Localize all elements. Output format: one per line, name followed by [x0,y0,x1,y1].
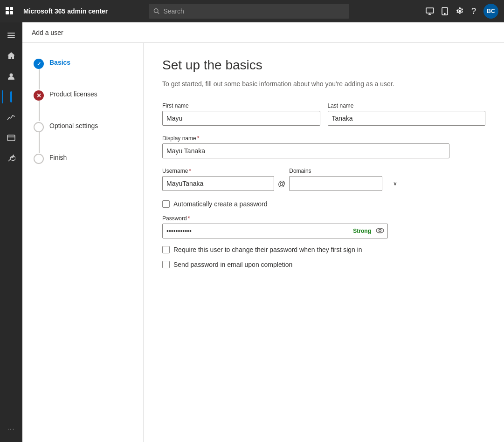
eye-icon[interactable] [376,227,384,235]
monitor-icon[interactable] [426,7,434,15]
step-finish-label: Finish [49,153,67,162]
auto-password-checkbox-item[interactable]: Automatically create a password [162,200,485,208]
require-change-checkbox[interactable] [162,246,170,253]
step-finish-circle [34,154,44,164]
form-panel: Set up the basics To get started, fill o… [144,43,504,442]
display-name-group: Display name* [162,135,449,158]
auto-password-checkbox[interactable] [162,200,170,208]
step-finish[interactable]: Finish [34,153,132,164]
user-icon [7,72,15,81]
billing-icon [7,135,15,141]
svg-point-20 [379,230,381,232]
last-name-input[interactable] [328,111,486,126]
grid-icon [6,7,14,15]
svg-point-14 [10,74,13,77]
step-licenses-label: Product licenses [49,89,97,99]
svg-point-10 [444,14,445,14]
svg-rect-15 [10,91,12,102]
svg-rect-6 [426,8,434,13]
username-row: Username* @ Domains [162,168,485,191]
name-row: First name Last name [162,102,485,126]
hamburger-icon [7,33,15,38]
analytics-icon [7,113,15,122]
require-change-checkbox-item[interactable]: Require this user to change their passwo… [162,246,485,253]
sidebar: ··· [0,22,22,442]
password-section: Password* Strong [162,215,485,238]
sidebar-item-more[interactable]: ··· [2,420,21,438]
breadcrumb: Add a user [32,29,63,36]
settings-icon[interactable] [456,7,464,15]
active-indicator [2,90,3,103]
domains-label: Domains [289,168,401,174]
step-licenses[interactable]: ✕ Product licenses [34,89,132,101]
first-name-label: First name [162,102,320,109]
search-icon [153,8,159,14]
avatar[interactable]: BC [483,4,498,19]
sidebar-item-analytics[interactable] [2,108,21,127]
step-basics-label: Basics [49,58,70,67]
mobile-icon[interactable] [442,7,448,15]
svg-point-19 [376,228,384,233]
domain-select[interactable] [289,176,382,191]
at-symbol: @ [278,180,285,191]
send-password-checkbox-item[interactable]: Send password in email upon completion [162,261,485,268]
sidebar-collapse[interactable] [2,26,21,45]
main-layout: ··· Add a user ✓ Basics [0,22,504,442]
first-name-group: First name [162,102,320,126]
home-icon [7,52,15,60]
step-connector-2 [39,101,40,121]
step-optional[interactable]: Optional settings [34,121,132,132]
topbar-icons: ? BC [426,4,498,19]
step-connector-3 [39,132,40,153]
svg-point-4 [154,9,159,13]
sidebar-item-users[interactable] [2,67,21,86]
step-optional-circle [34,122,44,132]
active-bar-icon [10,91,12,102]
help-icon[interactable]: ? [471,7,476,16]
svg-rect-12 [7,35,15,36]
username-input[interactable] [162,176,274,191]
svg-rect-0 [6,7,9,10]
search-bar[interactable] [149,4,349,19]
send-password-label: Send password in email upon completion [173,261,292,268]
first-name-input[interactable] [162,111,320,126]
form-title: Set up the basics [162,58,485,73]
last-name-group: Last name [328,102,486,126]
domain-select-wrapper [289,176,401,191]
password-strength: Strong [353,228,371,234]
domain-group: Domains [289,168,401,191]
content-area: ✓ Basics ✕ Product licenses [22,43,504,442]
step-basics-circle: ✓ [34,59,44,69]
sidebar-item-billing[interactable] [2,129,21,147]
step-optional-wrapper: Optional settings [34,121,132,132]
password-input-wrapper: Strong [162,224,388,238]
stepper-panel: ✓ Basics ✕ Product licenses [22,43,144,442]
step-connector-1 [39,69,40,89]
send-password-checkbox[interactable] [162,261,170,268]
step-licenses-wrapper: ✕ Product licenses [34,89,132,101]
username-label: Username* [162,168,274,174]
step-licenses-circle: ✕ [34,90,44,101]
step-finish-wrapper: Finish [34,153,132,164]
last-name-label: Last name [328,102,486,109]
step-basics[interactable]: ✓ Basics [34,58,132,69]
display-name-input[interactable] [162,143,449,158]
svg-rect-2 [6,11,9,14]
breadcrumb-bar: Add a user [22,22,504,43]
svg-rect-13 [7,37,15,38]
sidebar-item-active[interactable] [2,88,21,106]
svg-rect-3 [10,11,13,14]
sidebar-item-tools[interactable] [2,149,21,168]
step-optional-label: Optional settings [49,121,98,130]
topbar: Microsoft 365 admin center [0,0,504,22]
app-title: Microsoft 365 admin center [23,7,108,15]
auto-password-label: Automatically create a password [173,200,268,208]
sidebar-item-home[interactable] [2,47,21,65]
form-description: To get started, fill out some basic info… [162,80,485,88]
search-input[interactable] [163,7,345,15]
username-group: Username* [162,168,274,191]
step-basics-wrapper: ✓ Basics [34,58,132,69]
require-change-label: Require this user to change their passwo… [173,246,362,253]
grid-menu-button[interactable] [6,7,14,15]
svg-line-5 [158,12,159,14]
